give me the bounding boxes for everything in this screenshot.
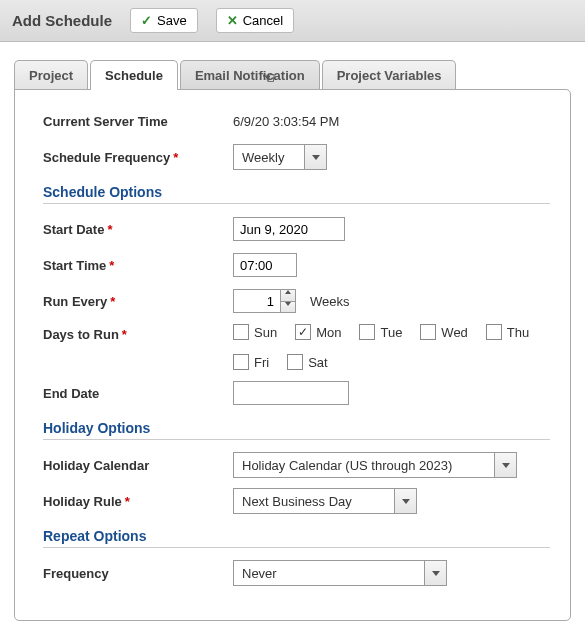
chevron-down-icon[interactable] bbox=[424, 561, 446, 585]
checkbox-icon bbox=[233, 354, 249, 370]
tab-email-notification-label: Email Notification bbox=[195, 68, 305, 83]
chevron-down-icon[interactable] bbox=[494, 453, 516, 477]
server-time-label: Current Server Time bbox=[43, 114, 233, 129]
run-every-unit: Weeks bbox=[310, 294, 350, 309]
top-toolbar: Add Schedule ✓ Save ✕ Cancel bbox=[0, 0, 585, 42]
checkbox-icon bbox=[233, 324, 249, 340]
checkmark-icon: ✓ bbox=[141, 13, 152, 28]
checkbox-icon bbox=[287, 354, 303, 370]
close-icon: ✕ bbox=[227, 13, 238, 28]
schedule-frequency-value: Weekly bbox=[234, 145, 304, 169]
tab-project[interactable]: Project bbox=[14, 60, 88, 90]
checkbox-icon bbox=[420, 324, 436, 340]
end-date-label: End Date bbox=[43, 386, 233, 401]
save-label: Save bbox=[157, 13, 187, 28]
holiday-rule-value: Next Business Day bbox=[234, 489, 394, 513]
holiday-calendar-select[interactable]: Holiday Calendar (US through 2023) bbox=[233, 452, 517, 478]
schedule-frequency-select[interactable]: Weekly bbox=[233, 144, 327, 170]
day-fri[interactable]: Fri bbox=[233, 354, 269, 370]
repeat-frequency-label: Frequency bbox=[43, 566, 233, 581]
repeat-frequency-value: Never bbox=[234, 561, 424, 585]
tab-project-variables[interactable]: Project Variables bbox=[322, 60, 457, 90]
start-time-input[interactable] bbox=[233, 253, 297, 277]
section-repeat-options: Repeat Options bbox=[43, 528, 550, 548]
page-title: Add Schedule bbox=[12, 12, 112, 29]
checkbox-checked-icon: ✓ bbox=[295, 324, 311, 340]
end-date-input[interactable] bbox=[233, 381, 349, 405]
repeat-frequency-select[interactable]: Never bbox=[233, 560, 447, 586]
chevron-down-icon[interactable] bbox=[304, 145, 326, 169]
days-to-run-group: Sun ✓Mon Tue Wed Thu Fri Sat bbox=[233, 324, 543, 370]
section-schedule-options: Schedule Options bbox=[43, 184, 550, 204]
chevron-down-icon[interactable] bbox=[394, 489, 416, 513]
run-every-stepper[interactable] bbox=[233, 289, 296, 313]
save-button[interactable]: ✓ Save bbox=[130, 8, 198, 33]
schedule-panel: Current Server Time 6/9/20 3:03:54 PM Sc… bbox=[14, 89, 571, 621]
run-every-input[interactable] bbox=[233, 289, 281, 313]
server-time-value: 6/9/20 3:03:54 PM bbox=[233, 114, 339, 129]
start-time-label: Start Time* bbox=[43, 258, 233, 273]
tab-schedule[interactable]: Schedule bbox=[90, 60, 178, 90]
holiday-calendar-label: Holiday Calendar bbox=[43, 458, 233, 473]
stepper-down-icon[interactable] bbox=[281, 301, 295, 312]
holiday-calendar-value: Holiday Calendar (US through 2023) bbox=[234, 453, 494, 477]
day-wed[interactable]: Wed bbox=[420, 324, 468, 340]
checkbox-icon bbox=[359, 324, 375, 340]
holiday-rule-label: Holiday Rule* bbox=[43, 494, 233, 509]
cancel-label: Cancel bbox=[243, 13, 283, 28]
start-date-label: Start Date* bbox=[43, 222, 233, 237]
stepper-up-icon[interactable] bbox=[281, 290, 295, 301]
cancel-button[interactable]: ✕ Cancel bbox=[216, 8, 294, 33]
holiday-rule-select[interactable]: Next Business Day bbox=[233, 488, 417, 514]
start-date-input[interactable] bbox=[233, 217, 345, 241]
day-thu[interactable]: Thu bbox=[486, 324, 529, 340]
tab-email-notification[interactable]: Email Notification ☜ bbox=[180, 60, 320, 90]
run-every-label: Run Every* bbox=[43, 294, 233, 309]
day-mon[interactable]: ✓Mon bbox=[295, 324, 341, 340]
tab-bar: Project Schedule Email Notification ☜ Pr… bbox=[0, 42, 585, 90]
checkbox-icon bbox=[486, 324, 502, 340]
day-tue[interactable]: Tue bbox=[359, 324, 402, 340]
day-sat[interactable]: Sat bbox=[287, 354, 328, 370]
schedule-frequency-label: Schedule Frequency* bbox=[43, 150, 233, 165]
day-sun[interactable]: Sun bbox=[233, 324, 277, 340]
section-holiday-options: Holiday Options bbox=[43, 420, 550, 440]
days-to-run-label: Days to Run* bbox=[43, 324, 233, 342]
